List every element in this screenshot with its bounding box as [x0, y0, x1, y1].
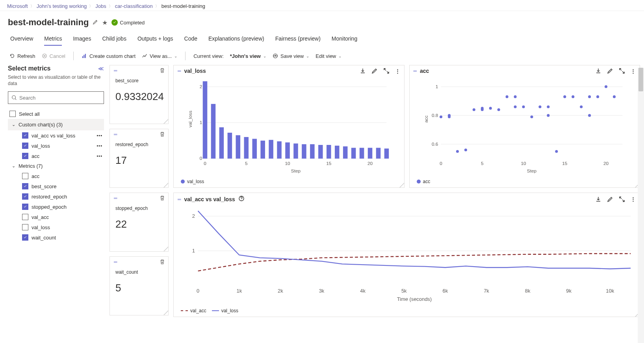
collapse-panel-icon[interactable]: ≪: [98, 65, 104, 72]
delete-card-button[interactable]: [160, 259, 165, 266]
svg-rect-37: [360, 148, 364, 158]
custom-chart-item[interactable]: val_loss•••: [8, 141, 104, 151]
download-chart-button[interactable]: [595, 196, 601, 202]
save-view-dropdown[interactable]: Save view ⌄: [273, 53, 309, 59]
metric-item[interactable]: acc: [8, 171, 104, 181]
chevron-right-icon: 〉: [155, 4, 159, 9]
resize-handle-icon[interactable]: [163, 119, 168, 124]
svg-point-58: [464, 148, 467, 151]
resize-handle-icon[interactable]: [163, 247, 168, 251]
edit-chart-button[interactable]: [607, 68, 613, 74]
tab-explanations[interactable]: Explanations (preview): [208, 32, 264, 46]
create-custom-chart-button[interactable]: Create custom chart: [82, 53, 135, 59]
tab-images[interactable]: Images: [73, 32, 91, 46]
breadcrumb-link-experiment[interactable]: car-classification: [115, 3, 153, 9]
current-view-dropdown[interactable]: *John's view ⌄: [230, 53, 266, 59]
more-icon[interactable]: •••: [97, 143, 102, 148]
tab-child-jobs[interactable]: Child jobs: [102, 32, 126, 46]
chart-title: val_acc vs val_loss: [184, 196, 235, 202]
more-chart-button[interactable]: ⋮: [395, 68, 400, 74]
more-chart-button[interactable]: ⋮: [631, 196, 636, 202]
expand-chart-button[interactable]: [619, 196, 625, 202]
tab-fairness[interactable]: Fairness (preview): [275, 32, 321, 46]
svg-point-62: [489, 107, 492, 109]
metric-item[interactable]: best_score: [8, 181, 104, 191]
search-input[interactable]: [19, 95, 100, 101]
delete-card-button[interactable]: [160, 68, 165, 74]
svg-point-66: [514, 95, 516, 98]
drag-handle-icon[interactable]: ═: [114, 132, 117, 137]
view-as-dropdown[interactable]: View as... ⌄: [142, 53, 177, 59]
metric-item[interactable]: restored_epoch: [8, 191, 104, 202]
svg-point-64: [505, 95, 508, 98]
favorite-star-icon[interactable]: ★: [102, 19, 108, 26]
metric-item[interactable]: wait_count: [8, 232, 104, 243]
scrollbar[interactable]: [638, 68, 644, 343]
select-all-checkbox[interactable]: Select all: [8, 109, 104, 119]
svg-text:0.6: 0.6: [432, 141, 438, 147]
expand-chart-button[interactable]: [619, 68, 625, 74]
download-chart-button[interactable]: [360, 68, 366, 74]
tab-overview[interactable]: Overview: [10, 32, 33, 46]
breadcrumb-link-jobs[interactable]: Jobs: [95, 3, 106, 9]
more-icon[interactable]: •••: [97, 154, 102, 158]
drag-handle-icon[interactable]: ═: [414, 68, 417, 74]
edit-chart-button[interactable]: [607, 196, 613, 202]
drag-handle-icon[interactable]: ═: [114, 259, 117, 265]
svg-text:Time (seconds): Time (seconds): [397, 296, 432, 302]
search-input-wrapper[interactable]: [8, 91, 104, 104]
drag-handle-icon[interactable]: ═: [114, 195, 117, 201]
resize-handle-icon[interactable]: [399, 183, 404, 187]
tab-monitoring[interactable]: Monitoring: [332, 32, 357, 46]
tab-code[interactable]: Code: [184, 32, 197, 46]
metric-item[interactable]: val_loss: [8, 222, 104, 232]
svg-text:6k: 6k: [443, 288, 448, 294]
download-chart-button[interactable]: [595, 68, 601, 74]
svg-rect-38: [368, 148, 373, 158]
scalar-card-best-score: ═ best_score 0.9332024: [109, 65, 169, 124]
more-icon[interactable]: •••: [97, 133, 102, 138]
resize-handle-icon[interactable]: [163, 183, 168, 187]
delete-card-button[interactable]: [160, 132, 165, 138]
svg-text:val_loss: val_loss: [187, 111, 193, 128]
custom-charts-group[interactable]: ⌄ Custom chart(s) (3): [8, 119, 104, 130]
svg-text:2: 2: [192, 213, 195, 219]
chart-card-val-loss: ═ val_loss ⋮ 01205101520Stepval_loss val…: [173, 65, 405, 188]
resize-handle-icon[interactable]: [163, 310, 168, 315]
custom-chart-item[interactable]: acc•••: [8, 151, 104, 161]
svg-point-79: [604, 85, 607, 88]
svg-rect-18: [203, 81, 208, 158]
more-chart-button[interactable]: ⋮: [631, 68, 636, 74]
refresh-button[interactable]: Refresh: [9, 53, 35, 59]
svg-rect-35: [343, 146, 348, 159]
help-icon[interactable]: [238, 195, 245, 203]
edit-chart-button[interactable]: [371, 68, 378, 74]
expand-chart-button[interactable]: [383, 68, 390, 74]
metric-item[interactable]: stopped_epoch: [8, 202, 104, 212]
metrics-group[interactable]: ⌄ Metrics (7): [8, 161, 104, 171]
drag-handle-icon[interactable]: ═: [178, 197, 181, 202]
tab-metrics[interactable]: Metrics: [44, 32, 62, 46]
scrollbar-thumb[interactable]: [638, 68, 643, 91]
custom-chart-item[interactable]: val_acc vs val_loss•••: [8, 130, 104, 141]
chart-card-acc: ═ acc ⋮ 0.60.8105101520Stepacc acc: [409, 65, 640, 188]
breadcrumb-link-microsoft[interactable]: Microsoft: [7, 3, 28, 9]
delete-card-button[interactable]: [160, 195, 165, 202]
cancel-button[interactable]: Cancel: [42, 53, 65, 59]
svg-point-77: [588, 114, 591, 117]
svg-rect-34: [335, 146, 340, 159]
drag-handle-icon[interactable]: ═: [178, 68, 181, 74]
chevron-down-icon: ⌄: [174, 54, 177, 58]
breadcrumb-link-workspace[interactable]: John's testing working: [37, 3, 87, 9]
svg-rect-1: [82, 56, 83, 58]
chevron-down-icon: ⌄: [338, 54, 341, 58]
tab-outputs-logs[interactable]: Outputs + logs: [137, 32, 173, 46]
svg-rect-30: [302, 144, 306, 159]
svg-rect-26: [269, 140, 273, 158]
svg-text:20: 20: [603, 161, 609, 166]
chart-title: val_loss: [184, 68, 206, 74]
edit-title-button[interactable]: [93, 19, 98, 26]
drag-handle-icon[interactable]: ═: [114, 68, 117, 73]
metric-item[interactable]: val_acc: [8, 212, 104, 222]
edit-view-dropdown[interactable]: Edit view ⌄: [316, 53, 341, 59]
